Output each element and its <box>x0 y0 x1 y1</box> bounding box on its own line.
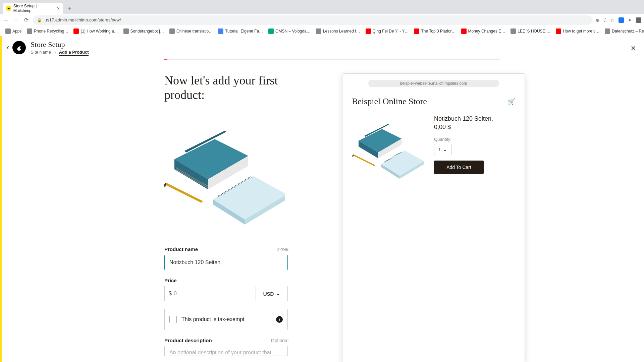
address-bar[interactable]: 🔒 us17.admin.mailchimp.com/stores/new/ <box>33 15 592 25</box>
bookmark-label: Money Changes E… <box>468 29 505 34</box>
close-tab-button[interactable]: × <box>57 6 60 11</box>
main-content: Now let's add your first product: <box>0 60 644 362</box>
app-header: ‹ Store Setup Site Name › Add a Product … <box>0 36 644 59</box>
forward-button[interactable]: → <box>13 17 19 23</box>
bookmark-favicon <box>123 28 129 34</box>
bookmark-item[interactable]: How to get more v… <box>554 28 601 35</box>
bookmark-item[interactable]: LEE 'S HOUSE:… <box>508 28 552 35</box>
bookmark-favicon <box>169 28 175 34</box>
quantity-value: 1 <box>438 147 441 152</box>
share-icon[interactable]: ⤴ <box>604 17 606 23</box>
price-group: Price $ 0 USD ⌄ <box>164 278 288 301</box>
price-input[interactable]: $ 0 <box>164 286 256 301</box>
bookmark-label: LEE 'S HOUSE:… <box>518 29 550 34</box>
extensions-icon[interactable]: ✦ <box>628 17 632 23</box>
mailchimp-favicon: ✦ <box>6 6 11 11</box>
bookmark-favicon <box>218 28 223 34</box>
svg-marker-15 <box>353 155 375 166</box>
bookmark-favicon <box>268 28 274 34</box>
url-text: us17.admin.mailchimp.com/stores/new/ <box>45 17 121 22</box>
bookmark-item[interactable]: Chinese translatio… <box>167 28 215 35</box>
bookmark-favicon <box>316 28 321 34</box>
svg-marker-6 <box>164 183 203 203</box>
ext-icon[interactable] <box>636 17 641 23</box>
preview-store-name: Beispiel Online Store <box>352 97 427 107</box>
lock-icon: 🔒 <box>37 18 42 22</box>
breadcrumb-sep: › <box>54 50 56 55</box>
close-button[interactable]: × <box>631 43 636 53</box>
bookmark-label: The Top 3 Platfor… <box>421 29 455 34</box>
accent-bar <box>0 36 2 362</box>
back-button[interactable]: ← <box>3 17 9 23</box>
description-optional: Optional <box>271 338 288 343</box>
product-name-group: Product name 22/99 <box>164 246 288 270</box>
cart-icon[interactable]: 🛒 <box>508 98 515 105</box>
bookmark-star-icon[interactable]: ☆ <box>610 17 614 23</box>
main-heading: Now let's add your first product: <box>164 73 288 102</box>
freddie-icon <box>14 43 24 52</box>
bookmark-item[interactable]: Phone Recycling… <box>25 28 70 35</box>
price-placeholder: 0 <box>174 291 177 297</box>
bookmark-item[interactable]: Lessons Learned f… <box>314 28 362 35</box>
currency-value: USD <box>263 291 274 297</box>
tax-exempt-checkbox[interactable] <box>169 316 177 323</box>
currency-select[interactable]: USD ⌄ <box>256 286 288 301</box>
bookmark-label: Apps <box>12 29 21 34</box>
svg-point-1 <box>20 47 20 48</box>
bookmark-label: How to get more v… <box>563 29 599 34</box>
bookmark-favicon <box>605 28 610 34</box>
add-to-cart-button[interactable]: Add To Cart <box>434 161 484 174</box>
translate-icon[interactable]: ⊕ <box>596 17 600 23</box>
form-column: Now let's add your first product: <box>164 73 288 362</box>
bookmark-favicon <box>414 28 419 34</box>
description-label: Product description <box>164 338 212 343</box>
bookmark-favicon <box>73 28 79 34</box>
bookmark-item[interactable]: Tutorial: Eigene Fa… <box>216 28 265 35</box>
description-group: Product description Optional An optional… <box>164 338 288 356</box>
reload-button[interactable]: ⟳ <box>23 17 30 23</box>
bookmark-favicon <box>511 28 516 34</box>
page-title: Store Setup <box>31 40 89 49</box>
bookmark-item[interactable]: The Top 3 Platfor… <box>412 28 458 35</box>
preview-card: beispiel-webseite.mailchimpsites.com Bei… <box>342 73 525 362</box>
product-name-label: Product name <box>164 246 198 252</box>
bookmark-favicon <box>366 28 371 34</box>
bookmark-item[interactable]: Qing Fei De Yi - Y… <box>364 28 411 35</box>
chevron-down-icon: ⌄ <box>276 291 280 297</box>
preview-details: Notizbuch 120 Seiten, 0,00 $ Quantity: 1… <box>434 113 515 184</box>
bookmark-label: Qing Fei De Yi - Y… <box>373 29 409 34</box>
bookmark-label: Sonderangebot |… <box>130 29 164 34</box>
bookmark-label: Tutorial: Eigene Fa… <box>225 29 263 34</box>
browser-tab[interactable]: ✦ Store Setup | Mailchimp × <box>3 3 63 14</box>
bookmarks-bar: AppsPhone Recycling…(1) How Working a…So… <box>0 26 644 36</box>
tax-exempt-group: This product is tax-exempt i <box>164 309 288 330</box>
price-label: Price <box>164 278 177 283</box>
facebook-ext-icon[interactable] <box>619 17 624 23</box>
browser-chrome: ✦ Store Setup | Mailchimp × + ← → ⟳ 🔒 us… <box>0 0 644 36</box>
product-name-counter: 22/99 <box>277 247 288 252</box>
bookmark-label: Chinese translatio… <box>176 29 213 34</box>
quantity-select[interactable]: 1 ⌄ <box>434 144 451 155</box>
bookmark-item[interactable]: Apps <box>3 28 23 35</box>
description-input[interactable]: An optional description of your product … <box>164 346 288 356</box>
new-tab-button[interactable]: + <box>65 4 74 13</box>
tax-exempt-box: This product is tax-exempt i <box>164 309 288 330</box>
back-chevron-icon[interactable]: ‹ <box>7 43 9 52</box>
quantity-label: Quantity: <box>434 137 515 142</box>
product-illustration <box>164 112 285 233</box>
info-icon[interactable]: i <box>276 316 283 323</box>
bookmark-favicon <box>461 28 467 34</box>
notebooks-icon <box>164 112 285 233</box>
bookmark-item[interactable]: Datenschutz – Re… <box>603 28 644 35</box>
product-name-input[interactable] <box>164 255 288 270</box>
url-bar: ← → ⟳ 🔒 us17.admin.mailchimp.com/stores/… <box>0 14 644 26</box>
tab-title: Store Setup | Mailchimp <box>13 4 55 13</box>
bookmark-item[interactable]: Money Changes E… <box>459 28 507 35</box>
mailchimp-logo[interactable] <box>12 41 26 54</box>
bookmark-item[interactable]: (1) How Working a… <box>71 28 120 35</box>
bookmark-item[interactable]: OMSN – Vologda… <box>266 28 313 35</box>
preview-product-image <box>352 113 424 184</box>
bookmark-item[interactable]: Sonderangebot |… <box>121 28 166 35</box>
svg-marker-17 <box>381 150 424 176</box>
breadcrumb-site[interactable]: Site Name <box>31 50 51 55</box>
